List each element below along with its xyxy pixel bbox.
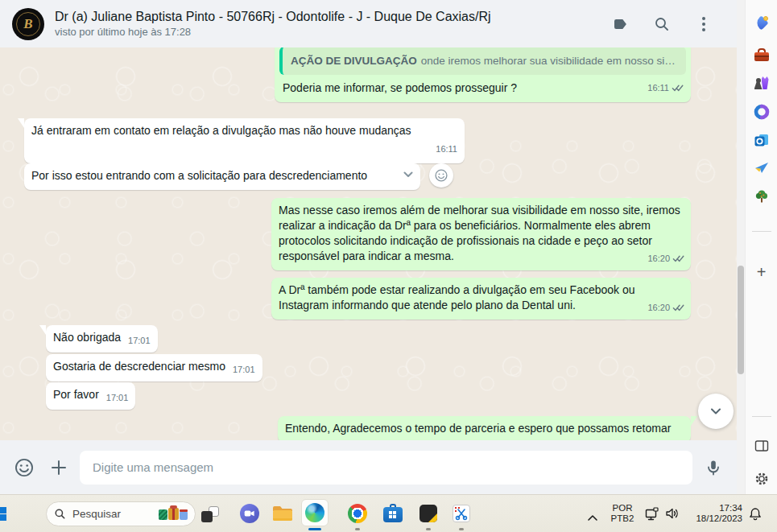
network-icon[interactable] bbox=[645, 507, 659, 524]
taskbar-search[interactable]: Pesquisar bbox=[46, 501, 196, 526]
message-dropdown-icon[interactable] bbox=[401, 167, 415, 186]
contact-name: Dr (a) Juliane Baptista Pinto - 50766Rj … bbox=[55, 10, 491, 24]
toolbox-icon[interactable] bbox=[753, 47, 771, 64]
sidebar-divider bbox=[752, 231, 771, 232]
message-text: Não obrigada bbox=[53, 331, 121, 344]
send-plane-icon[interactable] bbox=[753, 159, 771, 177]
microsoft-365-icon[interactable] bbox=[753, 103, 771, 121]
message-text: Poderia me informar, se podemos prossegu… bbox=[283, 80, 517, 96]
outlook-icon[interactable] bbox=[753, 131, 771, 149]
volume-icon[interactable] bbox=[665, 507, 680, 523]
tray-chevron-icon[interactable] bbox=[587, 510, 598, 525]
scroll-to-bottom-button[interactable] bbox=[698, 394, 734, 429]
double-check-icon bbox=[672, 84, 684, 93]
games-icon[interactable] bbox=[753, 75, 771, 93]
message-time: 16:20 bbox=[647, 300, 670, 315]
message-incoming[interactable]: Por favor17:01 bbox=[46, 382, 135, 410]
chat-header[interactable]: B Dr (a) Juliane Baptista Pinto - 50766R… bbox=[0, 0, 737, 47]
message-outgoing[interactable]: Mas nesse caso iremos além de melhorar s… bbox=[271, 198, 691, 270]
holiday-gifts-icon bbox=[159, 508, 188, 520]
search-icon[interactable] bbox=[653, 15, 671, 33]
kebab-menu-icon[interactable] bbox=[695, 15, 713, 33]
teams-chat-button[interactable] bbox=[240, 504, 259, 523]
message-outgoing[interactable]: AÇÃO DE DIVULGAÇÃOonde iremos melhorar s… bbox=[275, 47, 691, 102]
emoji-icon[interactable] bbox=[14, 457, 35, 478]
whatsapp-window: B Dr (a) Juliane Baptista Pinto - 50766R… bbox=[0, 0, 737, 494]
message-text: A Drª também pode estar realizando a div… bbox=[279, 283, 635, 311]
label-icon[interactable] bbox=[611, 15, 629, 33]
tray-time: 17:34 bbox=[684, 503, 742, 513]
message-meta: 16:20 bbox=[647, 300, 684, 315]
message-time: 17:01 bbox=[128, 336, 151, 345]
edge-logo bbox=[305, 503, 324, 522]
quoted-message[interactable]: AÇÃO DE DIVULGAÇÃOonde iremos melhorar s… bbox=[279, 47, 686, 75]
message-incoming[interactable]: Já entraram em contato em relação a divu… bbox=[24, 118, 465, 163]
message-text: Mas nesse caso iremos além de melhorar s… bbox=[279, 204, 680, 262]
chat-area[interactable]: AÇÃO DE DIVULGAÇÃOonde iremos melhorar s… bbox=[0, 47, 737, 440]
language-code: POR bbox=[607, 503, 638, 513]
snipping-tool-button[interactable] bbox=[453, 505, 470, 522]
tree-icon[interactable] bbox=[753, 188, 771, 205]
message-meta: 16:11 bbox=[647, 80, 684, 96]
message-incoming[interactable]: Não obrigada17:01 bbox=[46, 325, 158, 353]
message-text: Gostaria de descredenciar mesmo bbox=[53, 360, 225, 373]
windows-taskbar: Pesquisar PO bbox=[0, 494, 777, 532]
double-check-icon bbox=[672, 303, 684, 312]
message-time: 16:20 bbox=[647, 251, 670, 266]
dark-app-running-indicator bbox=[426, 528, 431, 530]
chrome-running-indicator bbox=[355, 528, 360, 530]
message-outgoing[interactable]: A Drª também pode estar realizando a div… bbox=[271, 278, 691, 320]
message-row: Por isso estou entrando com a solicitaçã… bbox=[24, 163, 453, 190]
message-time: 17:01 bbox=[233, 365, 255, 374]
message-meta: 16:20 bbox=[647, 251, 684, 266]
edge-sidebar: + bbox=[745, 0, 777, 494]
page-scrollbar[interactable] bbox=[737, 0, 745, 494]
dark-app-button[interactable] bbox=[419, 505, 437, 522]
task-view-button[interactable] bbox=[201, 506, 219, 522]
notifications-bell-icon[interactable] bbox=[749, 507, 762, 524]
message-incoming[interactable]: Por isso estou entrando com a solicitaçã… bbox=[24, 163, 420, 190]
contact-avatar[interactable]: B bbox=[12, 8, 44, 40]
message-composer bbox=[0, 440, 737, 494]
snip-running-indicator bbox=[459, 528, 464, 530]
sidebar-divider bbox=[752, 416, 771, 417]
message-outgoing-partial[interactable]: Entendo, Agradecemos o tempo de parceria… bbox=[278, 416, 691, 440]
react-emoji-button[interactable] bbox=[429, 163, 453, 188]
attach-plus-icon[interactable] bbox=[49, 458, 68, 477]
file-explorer-button[interactable] bbox=[272, 505, 293, 522]
keyboard-layout: PTB2 bbox=[607, 513, 638, 524]
message-time: 16:11 bbox=[436, 144, 457, 154]
microsoft-store-button[interactable] bbox=[383, 504, 403, 523]
search-label: Pesquisar bbox=[72, 508, 121, 520]
message-time: 16:11 bbox=[647, 80, 669, 96]
search-icon bbox=[54, 508, 66, 520]
chevron-down-icon bbox=[708, 403, 724, 419]
shopping-icon[interactable] bbox=[753, 14, 771, 32]
chrome-browser-button[interactable] bbox=[348, 504, 367, 523]
mic-icon[interactable] bbox=[704, 458, 723, 477]
edge-browser-button[interactable] bbox=[301, 499, 329, 526]
language-indicator[interactable]: POR PTB2 bbox=[607, 503, 638, 524]
message-text: Por favor bbox=[53, 388, 99, 401]
message-incoming[interactable]: Gostaria de descredenciar mesmo17:01 bbox=[46, 354, 262, 381]
add-sidebar-item-icon[interactable]: + bbox=[753, 263, 771, 281]
double-check-icon bbox=[672, 254, 684, 263]
edge-running-indicator bbox=[308, 528, 321, 530]
message-text: Por isso estou entrando com a solicitaçã… bbox=[31, 169, 367, 182]
clock-date[interactable]: 17:34 18/12/2023 bbox=[684, 503, 742, 524]
start-button[interactable] bbox=[0, 507, 6, 521]
contact-info[interactable]: Dr (a) Juliane Baptista Pinto - 50766Rj … bbox=[55, 10, 491, 38]
header-actions bbox=[611, 15, 725, 33]
message-time: 17:01 bbox=[106, 393, 129, 402]
scrollbar-thumb[interactable] bbox=[738, 266, 744, 374]
quote-text: onde iremos melhorar sua visibilidade em… bbox=[421, 55, 686, 67]
tray-date: 18/12/2023 bbox=[684, 513, 742, 524]
last-seen-status: visto por último hoje às 17:28 bbox=[55, 26, 491, 38]
message-text: Já entraram em contato em relação a divu… bbox=[31, 123, 457, 138]
message-input[interactable] bbox=[80, 451, 692, 485]
message-text: Entendo, Agradecemos o tempo de parceria… bbox=[285, 422, 671, 435]
avatar-ring bbox=[16, 12, 40, 36]
quote-bold-text: AÇÃO DE DIVULGAÇÃO bbox=[291, 55, 417, 67]
settings-gear-icon[interactable] bbox=[753, 470, 771, 488]
sidebar-panel-icon[interactable] bbox=[753, 437, 771, 455]
